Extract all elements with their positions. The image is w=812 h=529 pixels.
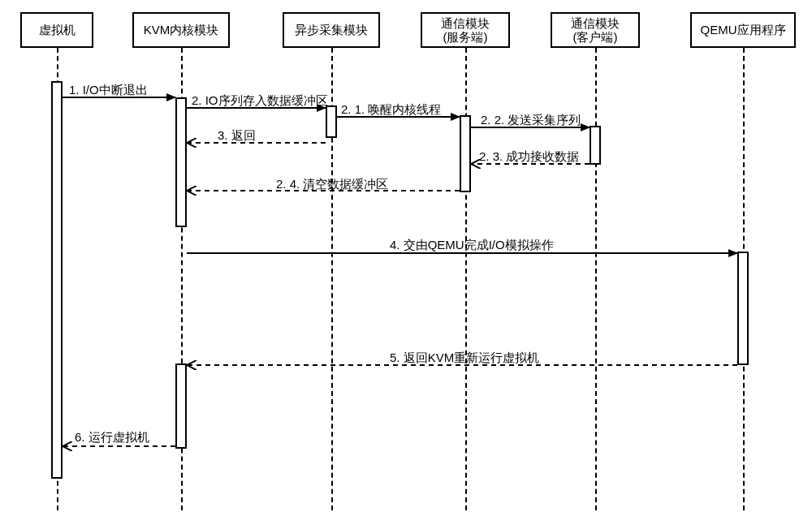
actor-async-label: 异步采集模块 (295, 23, 368, 37)
actor-kvm-label: KVM内核模块 (144, 23, 219, 37)
activation-kvm-io (175, 97, 187, 227)
activation-comm-server (460, 115, 471, 192)
actor-vm-label: 虚拟机 (39, 23, 76, 37)
activation-kvm-resume (175, 363, 187, 449)
actor-vm: 虚拟机 (20, 12, 93, 48)
activation-vm-main (51, 81, 63, 479)
actor-comm-client-label: 通信模块 (客户端) (571, 16, 620, 45)
lifeline-comm-client (595, 48, 597, 510)
activation-comm-client (590, 126, 601, 165)
msg-2-label: 2. IO序列存入数据缓冲区 (192, 93, 328, 109)
actor-qemu-label: QEMU应用程序 (701, 23, 786, 37)
msg-21-label: 2. 1. 唤醒内核线程 (341, 102, 441, 118)
actor-comm-server: 通信模块 (服务端) (421, 12, 510, 48)
actor-kvm: KVM内核模块 (132, 12, 230, 48)
actor-comm-server-label: 通信模块 (服务端) (441, 16, 490, 45)
msg-1-label: 1. I/O中断退出 (69, 83, 148, 98)
actor-async: 异步采集模块 (283, 12, 380, 48)
activation-async (326, 105, 337, 138)
msg-22-label: 2. 2. 发送采集序列 (481, 113, 581, 128)
msg-5-label: 5. 返回KVM重新运行虚拟机 (390, 351, 539, 366)
msg-24-label: 2. 4. 清空数据缓冲区 (276, 177, 388, 192)
msg-23-label: 2. 3. 成功接收数据 (479, 149, 579, 165)
actor-qemu: QEMU应用程序 (690, 12, 796, 48)
arrows-layer (0, 0, 812, 529)
msg-3-label: 3. 返回 (218, 128, 256, 144)
activation-qemu (737, 252, 749, 365)
msg-6-label: 6. 运行虚拟机 (75, 430, 149, 445)
msg-4-label: 4. 交由QEMU完成I/O模拟操作 (390, 238, 554, 253)
actor-comm-client: 通信模块 (客户端) (551, 12, 640, 48)
